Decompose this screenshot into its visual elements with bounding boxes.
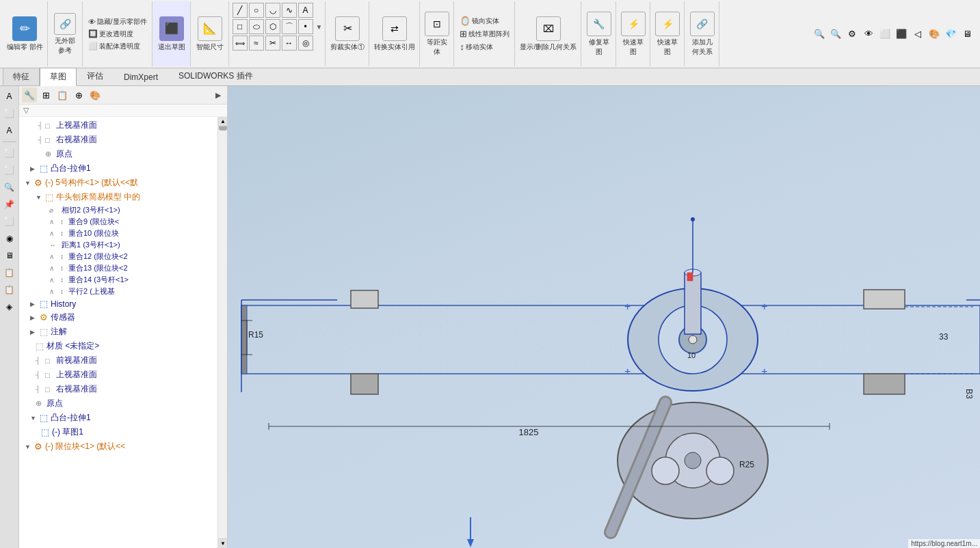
left-icon-1[interactable]: A [2, 89, 17, 104]
settings-icon-btn[interactable]: ⚙ [845, 27, 860, 42]
scroll-down[interactable]: ▼ [218, 538, 227, 548]
tree-item-notes[interactable]: ▶ ⬚ 注解 [19, 325, 227, 339]
repair-sketch-btn[interactable]: 🔧 修复草图 [582, 1, 616, 66]
circle-btn[interactable]: ○ [249, 3, 264, 18]
edit-part-btn[interactable]: ✏ 编辑零 部件 [3, 1, 48, 66]
tree-item-more[interactable]: ▼ ⚙ (-) 限位块<1> (默认<< [19, 439, 227, 454]
extend-btn[interactable]: ↔ [282, 36, 297, 51]
exit-drawing-btn[interactable]: ⬛ 退出草图 [153, 1, 191, 66]
trim-solid-btn[interactable]: ✂ 剪裁实体① [326, 1, 369, 66]
tree-item-right-plane[interactable]: ┤ □ 右视基准面 [19, 133, 227, 147]
tree-icon-btn5[interactable]: 🎨 [88, 87, 103, 102]
smart-dim-btn[interactable]: 📐 智能尺寸 [191, 1, 229, 66]
tree-item-origin[interactable]: ⊕ 原点 [19, 147, 227, 161]
tree-item-coincident14[interactable]: ∧ ↕ 重合14 (3号杆<1> [19, 274, 227, 286]
tree-item-top-plane2[interactable]: ┤ □ 上视基准面 [19, 368, 227, 382]
rect-btn[interactable]: □ [233, 19, 248, 34]
tree-icon-btn4[interactable]: ⊕ [71, 87, 86, 102]
tree-item-coincident9[interactable]: ∧ ↕ 重合9 (限位块< [19, 216, 227, 228]
offset-btn[interactable]: ≈ [249, 36, 264, 51]
change-transparency-btn[interactable]: 🔲 更改透明度 [86, 29, 149, 40]
tab-evaluate[interactable]: 评估 [77, 67, 114, 85]
left-icon-6[interactable]: 🔍 [2, 180, 17, 195]
tree-item-history[interactable]: ▶ ⬚ History [19, 297, 227, 310]
svg-text:B3: B3 [964, 389, 974, 399]
construct-btn[interactable]: ◎ [298, 36, 313, 51]
fast-sketch-btn[interactable]: ⚡ 快速草图 [617, 1, 650, 66]
tab-features[interactable]: 特征 [3, 68, 40, 85]
tree-item-distance1[interactable]: ↔ 距离1 (3号杆<1>) [19, 239, 227, 251]
arc-btn[interactable]: ◡ [265, 3, 280, 18]
add-relation-btn[interactable]: 🔗 添加几何关系 [685, 1, 719, 66]
show-delete-btn[interactable]: ⌧ 显示/删除几何关系 [516, 1, 581, 66]
line-arrow[interactable]: ▼ [316, 23, 323, 31]
tab-dimxpert[interactable]: DimXpert [114, 69, 168, 85]
tree-item-shaper-model[interactable]: ▼ ⬚ 牛头刨床简易模型 中的 [19, 190, 227, 204]
tree-item-coincident13[interactable]: ∧ ↕ 重合13 (限位块<2 [19, 262, 227, 274]
scroll-up[interactable]: ▲ [218, 117, 227, 126]
tree-item-sensor[interactable]: ▶ ⚙ 传感器 [19, 310, 227, 325]
mirror-solid-btn[interactable]: 🪞镜向实体 [458, 15, 512, 27]
tree-item-coincident12[interactable]: ∧ ↕ 重合12 (限位块<2 [19, 251, 227, 262]
left-icon-8[interactable]: ⬜ [2, 214, 17, 229]
left-icon-7[interactable]: 📌 [2, 197, 17, 212]
left-icon-12[interactable]: 📋 [2, 282, 17, 297]
left-icon-11[interactable]: 📋 [2, 265, 17, 280]
monitor-icon-btn[interactable]: 🖥 [959, 27, 975, 42]
tree-item-top-plane[interactable]: ┤ □ 上视基准面 [19, 118, 227, 133]
filter-icon: ▽ [23, 106, 29, 115]
tree-expand-btn[interactable]: ▶ [212, 89, 224, 101]
box-icon-btn[interactable]: ⬛ [894, 27, 909, 42]
tree-item-origin2[interactable]: ⊕ 原点 [19, 396, 227, 411]
canvas-area[interactable]: + + + + R [228, 86, 980, 548]
arrow-icon-btn[interactable]: ◁ [910, 27, 925, 42]
left-icon-10[interactable]: 🖥 [2, 248, 17, 263]
tree-item-boss-extrude1b[interactable]: ▼ ⬚ 凸台-拉伸1 [19, 411, 227, 425]
trim-btn2[interactable]: ✂ [265, 36, 280, 51]
tree-item-material[interactable]: ⬚ 材质 <未指定> [19, 339, 227, 353]
tree-item-component5[interactable]: ▼ ⚙ (-) 5号构件<1> (默认<<默 [19, 176, 227, 190]
left-icon-9[interactable]: ◉ [2, 231, 17, 246]
tree-icon-btn3[interactable]: 📋 [55, 87, 70, 102]
mirror-btn[interactable]: ⟺ [233, 36, 248, 51]
convert-solid-btn[interactable]: ⇄ 转换实体引用 [370, 1, 420, 66]
assembly-transparency-btn[interactable]: ⬜ 装配体透明度 [86, 41, 149, 52]
fillet-btn[interactable]: ⌒ [282, 19, 297, 34]
tree-item-boss-extrude[interactable]: ▶ ⬚ 凸台-拉伸1 [19, 161, 227, 176]
search-icon-btn[interactable]: 🔍 [812, 27, 827, 42]
tree-item-parallel2[interactable]: ∧ ↕ 平行2 (上视基 [19, 286, 227, 297]
ellipse-btn[interactable]: ⬭ [249, 19, 264, 34]
tree-item-coincident10[interactable]: ∧ ↕ 重合10 (限位块 [19, 228, 227, 239]
fast-sketch2-btn[interactable]: ⚡ 快速草图 [651, 1, 685, 66]
linear-pattern-btn[interactable]: ⊞线性草图阵列 [458, 28, 512, 40]
left-icon-5[interactable]: ⬜ [2, 163, 17, 178]
tree-item-right-plane2[interactable]: ┤ □ 右视基准面 [19, 382, 227, 396]
no-external-btn[interactable]: 🔗 无外部参考 [49, 1, 83, 66]
move-solid-btn[interactable]: ↕移动实体 [458, 41, 512, 53]
cube-icon-btn[interactable]: ⬜ [877, 27, 892, 42]
left-icon-3[interactable]: A [2, 123, 17, 138]
left-icon-13[interactable]: ◈ [2, 299, 17, 314]
tab-sketch[interactable]: 草图 [40, 68, 77, 86]
spline-btn[interactable]: ∿ [282, 3, 297, 18]
line-btn[interactable]: ╱ [233, 3, 248, 18]
tree-icon-btn1[interactable]: 🔧 [22, 87, 37, 102]
polygon-btn[interactable]: ⬡ [265, 19, 280, 34]
tree-item-tangent2[interactable]: ⌀ 相切2 (3号杆<1>) [19, 204, 227, 216]
tree-item-front-plane[interactable]: ┤ □ 前视基准面 [19, 353, 227, 368]
tree-scroll[interactable]: ▲ ▼ ┤ □ 上视基准面 ┤ □ 右视基准面 ⊕ 原点 ▶ ⬚ [19, 117, 227, 548]
tree-item-sketch1[interactable]: ⬚ (-) 草图1 [19, 425, 227, 439]
left-icon-2[interactable]: ⬜ [2, 106, 17, 121]
edit-part-label: 编辑零 部件 [7, 42, 43, 52]
tab-solidworks-plugin[interactable]: SOLIDWORKS 插件 [168, 67, 263, 85]
left-icon-4[interactable]: ⬜ [2, 146, 17, 161]
color-icon-btn[interactable]: 🎨 [927, 27, 942, 42]
point-btn[interactable]: • [298, 19, 313, 34]
render-icon-btn[interactable]: 💎 [943, 27, 958, 42]
view-icon-btn[interactable]: 👁 [861, 27, 876, 42]
search2-icon-btn[interactable]: 🔍 [828, 27, 843, 42]
equal-dist-btn[interactable]: ⊡ 等距实体 [421, 1, 454, 66]
text-btn[interactable]: A [298, 3, 313, 18]
tree-icon-btn2[interactable]: ⊞ [38, 87, 53, 102]
hide-show-btn[interactable]: 👁 隐藏/显示零部件 [86, 16, 149, 27]
